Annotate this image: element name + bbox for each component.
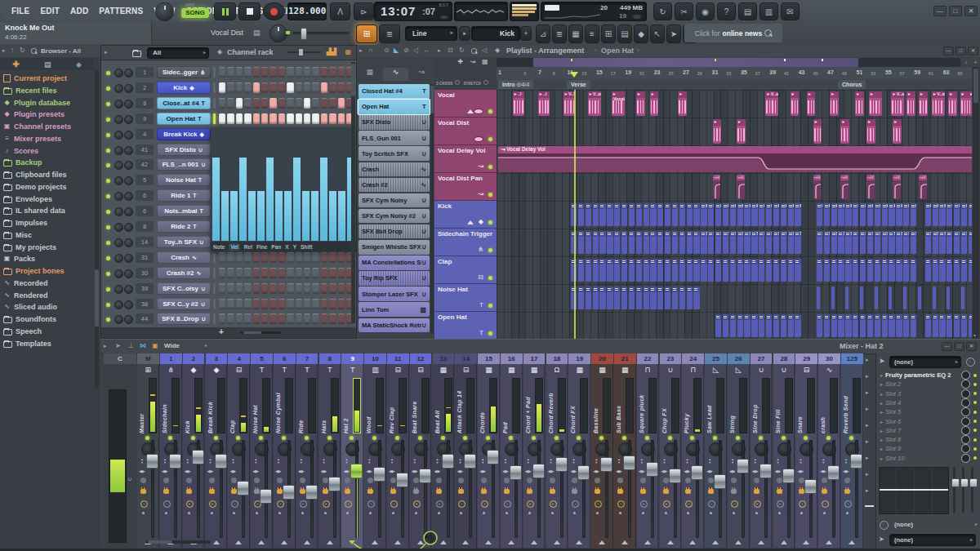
browser-scrollbar[interactable] (95, 69, 99, 388)
pattern-clip-kick[interactable]: K.. (795, 203, 800, 226)
slot-enable-led[interactable] (973, 411, 977, 414)
pattern-clip-clap[interactable] (867, 259, 873, 282)
step-11[interactable] (304, 313, 310, 324)
graph-tab-y[interactable]: Y (293, 244, 296, 250)
main-volume-knob[interactable] (155, 2, 174, 21)
velocity-bar-1[interactable] (212, 158, 220, 241)
playlist-icon[interactable]: ⊞ (601, 24, 616, 43)
browser-item-project-bones[interactable]: Project bones (3, 265, 96, 277)
pattern-clip-kick[interactable]: K.. (903, 203, 909, 226)
aux-knob[interactable] (799, 478, 804, 483)
picker-item-crash-2[interactable]: Crash #2∿ (359, 178, 430, 193)
pattern-clip-kick[interactable]: K.. (867, 203, 873, 226)
pattern-clip-kick[interactable]: K.. (831, 203, 837, 226)
strip-fader-handle[interactable] (782, 469, 795, 483)
velocity-bar-11[interactable] (302, 191, 310, 241)
pattern-clip-kick[interactable]: K.. (947, 203, 952, 226)
pattern-clip-sidechain[interactable] (578, 231, 584, 254)
pattern-clip-sidechain[interactable]: Si.. (708, 231, 714, 254)
step-11[interactable] (304, 268, 310, 278)
playlist-scroll-down-icon[interactable]: ▾ (973, 332, 976, 338)
channel-pan-knob[interactable] (114, 254, 123, 263)
channel-volume-knob[interactable] (124, 238, 133, 247)
channel-number[interactable]: 1 (136, 67, 154, 78)
pattern-clip-sidechain[interactable]: Si.. (737, 231, 743, 254)
marker-chorus[interactable]: Chorus (838, 80, 866, 89)
fx-slot-4[interactable]: ▸Slot 4 (878, 398, 979, 407)
strip-number[interactable]: 2 (183, 353, 205, 364)
slider-handle[interactable] (301, 28, 307, 40)
strip-number[interactable]: 12 (410, 353, 432, 364)
mixer-maximize-button[interactable]: □ (954, 342, 964, 351)
song-mode-button[interactable]: SONG (181, 8, 209, 18)
strip-clock-icon[interactable] (822, 500, 829, 508)
browser-item-plugin-presets[interactable]: ◆Plugin presets (3, 109, 96, 120)
pattern-clip-kick[interactable] (586, 203, 591, 226)
channel-mute-led[interactable] (106, 149, 110, 153)
pattern-clip-open_hat[interactable] (824, 314, 830, 337)
slot-arrow-icon[interactable]: ▸ (880, 409, 883, 415)
strip-fader-handle[interactable] (146, 454, 158, 469)
mixer-strip-rev-clap[interactable]: 11⊟Rev Clap▲ ▼◀▶ (387, 353, 409, 548)
step-13[interactable] (321, 299, 327, 309)
mixer-strip-sine-fill[interactable]: 28∪Sine Fill▲ ▼◀▶ (773, 353, 795, 548)
news-banner[interactable]: Click for online news (684, 24, 782, 42)
pattern-clip-clap[interactable] (672, 259, 678, 282)
fx-enable-plug-icon[interactable] (186, 489, 192, 494)
pattern-clip-noise_hat[interactable] (693, 287, 699, 309)
slot-name[interactable]: Slot 4 (885, 399, 961, 407)
metronome-icon[interactable]: Λ (330, 2, 350, 20)
strip-fader-track[interactable] (787, 440, 791, 538)
channel-mute-led[interactable] (106, 241, 110, 245)
save-as-icon[interactable]: ▥ (760, 2, 778, 20)
pattern-clip-kick[interactable]: K.. (961, 203, 967, 226)
channel-pan-knob[interactable] (114, 115, 123, 124)
pattern-clip-kick[interactable] (693, 203, 699, 226)
fx-enable-plug-icon[interactable] (731, 489, 737, 494)
audio-clip-vocal[interactable]: ▸ ..l (538, 91, 550, 116)
step-6[interactable] (261, 252, 268, 263)
strip-number[interactable]: 5 (251, 353, 273, 364)
browser-item-backup[interactable]: Backup (3, 157, 96, 168)
channel-volume-knob[interactable] (124, 131, 133, 140)
aux-knob[interactable] (458, 478, 464, 483)
playlist-zoom-icon[interactable] (471, 48, 477, 54)
channel-pan-knob[interactable] (114, 223, 123, 232)
stereo-sep-icon[interactable]: ◀▶ (139, 469, 145, 473)
pan-updown-icon[interactable]: ▲ ▼ (504, 458, 507, 464)
step-15[interactable] (338, 268, 345, 278)
track-led[interactable] (488, 331, 492, 335)
mixer-strip-square-pluck[interactable]: 22⊓Square pluck▲ ▼◀▶ (637, 353, 659, 548)
pattern-clip-kick[interactable]: K.. (933, 203, 938, 226)
zcross-toggle[interactable] (455, 80, 460, 85)
channel-mute-led[interactable] (106, 272, 110, 276)
strip-fader-handle[interactable] (442, 454, 454, 469)
pattern-clip-clap[interactable] (766, 259, 772, 282)
pattern-clip-noise_hat[interactable] (672, 287, 678, 309)
strip-fader-handle[interactable] (328, 477, 341, 491)
pattern-clip-noise_hat[interactable] (614, 287, 620, 309)
audio-clip-vocal[interactable]: ▸ (791, 91, 800, 116)
aux-knob[interactable] (368, 478, 373, 483)
step-11[interactable] (304, 299, 310, 309)
fx-enable-plug-icon[interactable] (368, 489, 373, 494)
audio-clip-vocal[interactable]: ▸ (948, 91, 957, 116)
slot-arrow-icon[interactable]: ▸ (880, 372, 883, 378)
step-2[interactable] (227, 299, 234, 309)
pan-updown-icon[interactable]: ▲ ▼ (368, 458, 371, 464)
picker-item-linn-tom[interactable]: Linn Tom▥ (359, 302, 430, 317)
pattern-clip-clap[interactable] (824, 259, 830, 282)
channel-pan-knob[interactable] (114, 100, 123, 109)
pan-updown-icon[interactable]: ▲ ▼ (777, 458, 780, 464)
route-to-master-icon[interactable] (462, 540, 469, 544)
strip-clock-icon[interactable] (163, 500, 171, 508)
track-led[interactable] (488, 165, 492, 169)
step-13[interactable] (321, 268, 327, 278)
pattern-clip-kick[interactable]: K.. (766, 203, 772, 226)
strip-clock-icon[interactable] (617, 500, 625, 508)
channel-button-sidec-gger[interactable]: Sidec..gger⋔ (157, 66, 211, 78)
pattern-clip-sidechain[interactable]: Si.. (954, 231, 960, 254)
step-1[interactable] (219, 252, 225, 263)
channel-pan-knob[interactable] (114, 300, 123, 309)
pattern-clip-sidechain[interactable] (614, 231, 620, 254)
